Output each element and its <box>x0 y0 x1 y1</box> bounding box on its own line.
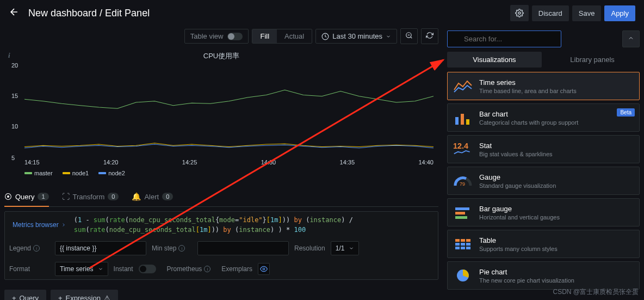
add-query-button[interactable]: +Query <box>4 290 46 300</box>
gear-icon <box>515 9 524 17</box>
clock-icon <box>321 33 329 40</box>
svg-rect-12 <box>455 216 467 219</box>
viz-icon <box>453 267 473 284</box>
prometheus-label: Prometheusi <box>167 265 211 273</box>
collapse-button[interactable] <box>622 30 640 47</box>
svg-rect-14 <box>461 239 465 242</box>
y-tick: 10 <box>11 123 18 130</box>
chevron-right-icon <box>61 222 66 228</box>
viz-icon <box>453 204 473 221</box>
add-expression-button[interactable]: +Expression ⚠ <box>51 290 118 300</box>
svg-text:79: 79 <box>460 181 465 187</box>
viz-item-pie-chart[interactable]: Pie chartThe new core pie chart visualiz… <box>447 261 640 290</box>
legend-item[interactable]: node2 <box>98 170 125 176</box>
svg-rect-17 <box>461 243 465 246</box>
viz-item-bar-chart[interactable]: Bar chartCategorical charts with group s… <box>447 103 640 132</box>
zoom-out-icon <box>405 32 413 39</box>
actual-option[interactable]: Actual <box>277 29 312 43</box>
apply-button[interactable]: Apply <box>604 5 635 21</box>
viz-icon: 12.4 <box>453 141 473 157</box>
alert-icon: 🔔 <box>132 192 141 201</box>
y-tick: 15 <box>11 93 18 99</box>
panel-title: CPU使用率 <box>5 49 438 63</box>
save-button[interactable]: Save <box>572 5 602 21</box>
svg-rect-15 <box>466 239 470 242</box>
info-icon[interactable]: i <box>8 51 10 60</box>
format-select[interactable]: Time series <box>55 262 108 276</box>
viz-item-gauge[interactable]: 79GaugeStandard gauge visualization <box>447 167 640 195</box>
format-label: Format <box>9 265 49 273</box>
tab-query[interactable]: ⦿ Query 1 <box>4 188 49 206</box>
svg-rect-7 <box>466 119 469 125</box>
tab-alert[interactable]: 🔔 Alert 0 <box>132 188 173 206</box>
plus-icon: + <box>58 294 63 300</box>
viz-item-stat[interactable]: 12.4StatBig stat values & sparklines <box>447 135 640 163</box>
min-step-input[interactable] <box>197 241 289 255</box>
chart-plot[interactable]: 20 15 10 5 <box>24 65 434 158</box>
viz-item-bar-gauge[interactable]: Bar gaugeHorizontal and vertical gauges <box>447 198 640 226</box>
plus-icon: + <box>12 294 16 300</box>
legend-input[interactable] <box>55 241 146 255</box>
refresh-icon <box>426 32 434 39</box>
zoom-out-button[interactable] <box>400 28 418 44</box>
back-arrow-icon[interactable] <box>9 7 20 20</box>
svg-rect-19 <box>455 247 460 249</box>
svg-rect-5 <box>455 117 459 125</box>
y-tick: 20 <box>11 62 18 69</box>
chevron-down-icon <box>98 266 103 272</box>
toggle-icon <box>227 33 243 40</box>
transform-icon: ⛶ <box>62 192 70 201</box>
page-title: New dashboard / Edit Panel <box>28 8 150 19</box>
viz-icon: 79 <box>453 173 473 189</box>
chevron-up-icon <box>628 35 634 41</box>
beta-badge: Beta <box>617 108 635 117</box>
settings-button[interactable] <box>510 5 529 21</box>
svg-rect-16 <box>455 243 460 246</box>
instant-toggle[interactable] <box>139 265 156 273</box>
svg-rect-20 <box>461 247 465 249</box>
metrics-browser-button[interactable]: Metrics browser <box>9 219 70 231</box>
fill-option[interactable]: Fill <box>252 29 277 43</box>
svg-rect-18 <box>466 243 470 246</box>
svg-rect-13 <box>455 239 460 242</box>
legend-item[interactable]: node1 <box>63 170 89 176</box>
table-view-toggle[interactable]: Table view <box>184 29 249 44</box>
info-circle-icon[interactable]: i <box>178 245 185 252</box>
eye-icon <box>260 265 268 273</box>
chevron-down-icon <box>349 246 354 251</box>
info-circle-icon[interactable]: i <box>33 245 40 252</box>
resolution-select[interactable]: 1/1 <box>331 241 360 255</box>
y-tick: 5 <box>11 155 15 161</box>
chevron-down-icon <box>386 34 391 39</box>
time-range-picker[interactable]: Last 30 minutes <box>315 29 397 44</box>
viz-icon <box>453 109 473 126</box>
viz-item-table[interactable]: TableSupports many column styles <box>447 230 640 258</box>
svg-point-3 <box>263 268 265 270</box>
query-icon: ⦿ <box>4 192 12 201</box>
svg-text:12.4: 12.4 <box>453 142 468 150</box>
legend-item[interactable]: master <box>24 170 53 176</box>
svg-rect-6 <box>461 114 464 125</box>
query-expression[interactable]: (1 - sum(rate(node_cpu_seconds_total{mod… <box>74 215 434 235</box>
legend-label: Legendi <box>9 244 49 252</box>
tab-transform[interactable]: ⛶ Transform 0 <box>62 188 119 206</box>
viz-icon <box>453 78 473 94</box>
warning-icon: ⚠ <box>104 294 110 300</box>
svg-rect-11 <box>455 212 465 215</box>
exemplars-toggle[interactable] <box>258 263 270 275</box>
exemplars-label: Exemplars <box>221 265 252 273</box>
discard-button[interactable]: Discard <box>532 5 569 21</box>
instant-label: Instant <box>114 265 133 273</box>
fill-actual-switch[interactable]: Fill Actual <box>252 29 312 44</box>
viz-item-time-series[interactable]: Time seriesTime based line, area and bar… <box>447 72 640 100</box>
tab-library-panels[interactable]: Library panels <box>545 52 640 68</box>
refresh-button[interactable] <box>421 28 438 44</box>
info-circle-icon[interactable]: i <box>204 266 210 272</box>
resolution-label: Resolution <box>294 244 325 252</box>
svg-rect-10 <box>455 207 469 210</box>
tab-visualizations[interactable]: Visualizations <box>447 52 542 68</box>
svg-point-0 <box>518 12 521 14</box>
min-step-label: Min stepi <box>152 244 192 252</box>
viz-icon <box>453 236 473 252</box>
search-input[interactable] <box>447 30 561 47</box>
